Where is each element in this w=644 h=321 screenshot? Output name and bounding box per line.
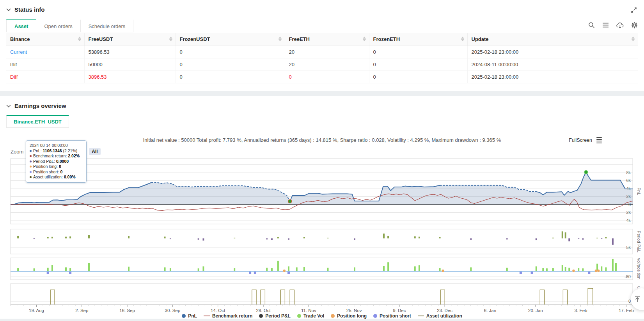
x-axis: 19. Aug2. Sep16. Sep30. Sep14. Oct28. Oc… xyxy=(11,305,634,313)
table-cell: 0 xyxy=(176,46,285,58)
x-tick-label: 20. Jan xyxy=(528,308,543,313)
bar xyxy=(439,237,441,238)
sort-carets-icon[interactable] xyxy=(363,37,366,41)
table-cell: 0 xyxy=(285,71,369,83)
legend-item-pnl[interactable]: PnL xyxy=(182,313,197,319)
cloud-download-icon[interactable] xyxy=(616,22,624,28)
column-header-update[interactable]: Update xyxy=(467,33,638,46)
sort-carets-icon[interactable] xyxy=(169,37,172,41)
legend-item-position-long[interactable]: Position long xyxy=(331,313,367,319)
bar xyxy=(470,238,472,240)
x-tick-label: 19. Aug xyxy=(29,308,44,313)
sort-carets-icon[interactable] xyxy=(632,37,635,41)
sort-carets-icon[interactable] xyxy=(78,37,81,41)
current-link[interactable]: Current xyxy=(6,46,84,58)
bar xyxy=(552,268,554,271)
expand-icon[interactable] xyxy=(631,7,637,13)
tooltip-row: Position short: 0 xyxy=(30,169,83,175)
bar xyxy=(88,263,90,271)
legend-item-period-p-l[interactable]: Period P&L xyxy=(259,313,291,319)
position-long-marker xyxy=(597,270,600,272)
bar xyxy=(383,234,385,238)
table-cell: 0 xyxy=(369,71,467,83)
bar xyxy=(327,238,328,238)
column-header-freeeth[interactable]: FreeETH xyxy=(285,33,369,46)
column-header-frozeneth[interactable]: FrozenETH xyxy=(369,33,467,46)
bar xyxy=(69,236,71,238)
svg-text:-80: -80 xyxy=(624,274,631,279)
position-short-marker xyxy=(531,272,533,274)
list-icon[interactable] xyxy=(602,22,609,28)
table-cell: 20 xyxy=(285,58,369,71)
earnings-chart-canvas[interactable]: 8k6k4k2k0-2k-4kPnL-5kPeriod P&L-80vol/po… xyxy=(0,132,644,321)
bar xyxy=(578,238,579,239)
position-short-marker xyxy=(47,272,49,274)
table-cell: 0 xyxy=(176,58,285,71)
bar xyxy=(568,268,570,271)
column-header-freeusdt[interactable]: FreeUSDT xyxy=(84,33,176,46)
bar xyxy=(51,265,53,271)
tab-binance-eth-usdt[interactable]: Binance.ETH_USDT xyxy=(6,115,69,128)
position-short-marker xyxy=(588,272,590,274)
chart-marker xyxy=(288,199,292,203)
table-cell: 20 xyxy=(285,46,369,58)
x-tick-label: 28. Oct xyxy=(256,308,271,313)
x-tick-label: 2. Sep xyxy=(75,308,88,313)
table-cell: 0 xyxy=(176,71,285,83)
sort-carets-icon[interactable] xyxy=(279,37,282,41)
legend-item-benchmark-return[interactable]: Benchmark return xyxy=(204,313,252,319)
column-header-binance[interactable]: Binance xyxy=(6,33,84,46)
x-tick-label: 17. Feb xyxy=(619,308,634,313)
svg-text:PnL: PnL xyxy=(637,187,641,195)
position-short-marker xyxy=(520,272,522,274)
utilization-pulse xyxy=(440,290,445,305)
bar xyxy=(612,238,614,245)
table-cell: 2025-02-18 23:00:00 xyxy=(467,71,638,83)
bar xyxy=(271,268,273,271)
bar xyxy=(303,267,305,272)
legend-item-trade-vol[interactable]: Trade Vol xyxy=(297,313,324,319)
search-icon[interactable] xyxy=(588,22,595,28)
bar xyxy=(439,268,441,271)
bar xyxy=(327,268,328,271)
collapse-chevron-icon[interactable] xyxy=(6,7,11,12)
x-tick-label: 6. Jan xyxy=(484,308,496,313)
tab-open-orders[interactable]: Open orders xyxy=(36,19,80,32)
table-cell: 0 xyxy=(369,46,467,58)
table-cell: Diff xyxy=(6,71,84,83)
sort-carets-icon[interactable] xyxy=(461,37,464,41)
tab-schedule-orders[interactable]: Schedule orders xyxy=(81,19,134,32)
bar xyxy=(164,236,166,238)
table-row: Diff3896.530002025-02-18 23:00:00 xyxy=(6,71,638,83)
status-tabs: AssetOpen ordersSchedule orders xyxy=(6,19,638,32)
bar xyxy=(596,238,598,238)
bar xyxy=(387,262,389,271)
bar xyxy=(612,259,614,272)
x-tick-label: 9. Dec xyxy=(393,308,406,313)
tab-asset[interactable]: Asset xyxy=(6,19,36,32)
bar xyxy=(202,266,204,271)
chart-tooltip: 2024-08-14 00:00:00 PnL: 1106.1346 (2.21… xyxy=(26,140,87,183)
position-short-marker xyxy=(287,272,290,274)
position-long-marker xyxy=(442,270,444,272)
column-header-frozenusdt[interactable]: FrozenUSDT xyxy=(176,33,285,46)
legend-item-asset-utilization[interactable]: Asset utilization xyxy=(418,313,462,319)
position-short-marker xyxy=(249,272,251,274)
legend-item-position-short[interactable]: Position short xyxy=(373,313,411,319)
table-cell: 53896.53 xyxy=(84,46,176,58)
tooltip-row: Position long: 0 xyxy=(30,164,83,169)
status-card-header: Status info xyxy=(6,6,45,13)
position-long-marker xyxy=(595,270,597,272)
utilization-pulse xyxy=(290,290,294,305)
status-tabs-list: AssetOpen ordersSchedule orders xyxy=(6,19,133,32)
tooltip-row: Benchmark return: 2.02% xyxy=(30,153,83,159)
bar xyxy=(277,261,279,271)
table-cell: 2025-02-18 23:00:00 xyxy=(467,46,638,58)
tooltip-row: PnL: 1106.1346 (2.21%) xyxy=(30,148,83,153)
bar xyxy=(414,266,416,271)
gear-icon[interactable] xyxy=(631,22,638,28)
bar xyxy=(601,266,602,271)
arrow-to-top-icon xyxy=(634,296,640,303)
bar xyxy=(69,268,71,271)
collapse-chevron-icon[interactable] xyxy=(6,104,11,108)
